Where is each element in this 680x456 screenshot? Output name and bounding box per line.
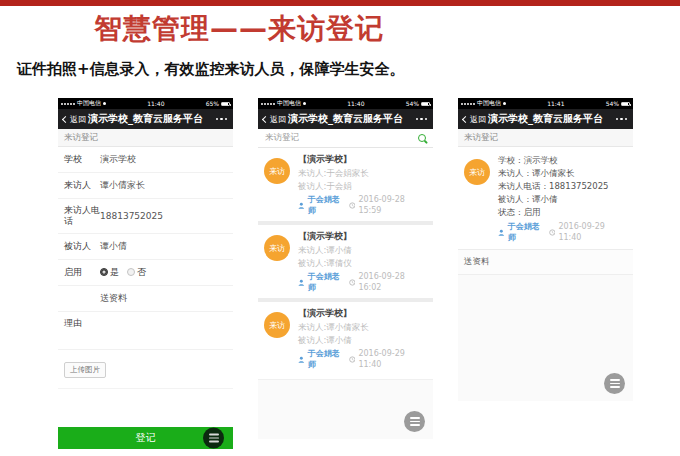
form-row-school[interactable]: 学校 演示学校 bbox=[58, 147, 233, 173]
item-school: 【演示学校】 bbox=[298, 153, 427, 165]
item-timestamp: 2016-09-28 16:02 bbox=[358, 271, 427, 293]
signal-icon bbox=[461, 103, 475, 105]
back-button[interactable]: 返回 bbox=[463, 114, 486, 125]
person-icon bbox=[298, 356, 305, 363]
battery-percent: 54% bbox=[406, 100, 419, 107]
more-menu-button[interactable] bbox=[616, 118, 628, 121]
list-item[interactable]: 来访 【演示学校】 来访人:谭小倩家长 被访人:谭小倩 于会娟老师 2016-0… bbox=[258, 302, 433, 375]
chevron-left-icon bbox=[462, 115, 469, 122]
form-row-visitee[interactable]: 被访人 谭小倩 bbox=[58, 234, 233, 260]
section-header: 来访登记 bbox=[58, 129, 233, 147]
visit-badge: 来访 bbox=[464, 159, 490, 185]
search-bar[interactable]: 来访登记 bbox=[258, 129, 433, 148]
teacher-name: 于会娟老师 bbox=[508, 221, 546, 243]
back-button[interactable]: 返回 bbox=[63, 114, 86, 125]
radio-no[interactable]: 否 bbox=[127, 266, 146, 279]
form-row-send-material[interactable]: 送资料 bbox=[58, 286, 233, 312]
visitor-list: 来访 【演示学校】 来访人:于会娟家长 被访人:于会娟 于会娟老师 2016-0… bbox=[258, 148, 433, 375]
battery-icon bbox=[621, 102, 630, 106]
nav-bar: 返回 演示学校_教育云服务平台 bbox=[458, 109, 633, 129]
nav-title: 演示学校_教育云服务平台 bbox=[88, 112, 203, 126]
teacher-name: 于会娟老师 bbox=[308, 194, 346, 216]
detail-empty-area bbox=[458, 275, 633, 401]
time-icon bbox=[349, 279, 356, 286]
item-visitor: 来访人:于会娟家长 bbox=[298, 167, 427, 180]
slide-accent-bar bbox=[0, 0, 680, 6]
hamburger-menu-icon[interactable] bbox=[203, 428, 224, 449]
phone-screenshot-form: 中国电信 11:40 65% 返回 演示学校_教育云服务平台 来访登记 学校 演… bbox=[58, 98, 233, 449]
more-menu-button[interactable] bbox=[216, 118, 228, 121]
visit-badge: 来访 bbox=[264, 158, 290, 184]
field-label: 学校 bbox=[64, 154, 100, 165]
search-icon[interactable] bbox=[418, 134, 426, 142]
item-visitor: 来访人:谭小倩家长 bbox=[298, 321, 427, 334]
clock-label: 11:40 bbox=[106, 100, 206, 107]
carrier-label: 中国电信 bbox=[477, 99, 501, 108]
field-label: 来访人电话 bbox=[64, 205, 100, 227]
send-material-label: 送资料 bbox=[458, 250, 633, 275]
search-label: 来访登记 bbox=[265, 132, 299, 144]
phone-screenshot-detail: 中国电信 11:41 54% 返回 演示学校_教育云服务平台 来访登记 来访 学… bbox=[458, 98, 633, 401]
radio-selected-icon bbox=[100, 268, 108, 276]
field-label: 启用 bbox=[64, 267, 100, 278]
item-visitee: 被访人:于会娟 bbox=[298, 180, 427, 193]
status-bar: 中国电信 11:40 54% bbox=[258, 98, 433, 109]
chevron-left-icon bbox=[262, 115, 269, 122]
detail-visitor: 来访人：谭小倩家长 bbox=[498, 167, 627, 180]
upload-image-button[interactable]: 上传图片 bbox=[64, 362, 106, 378]
detail-school: 学校：演示学校 bbox=[498, 154, 627, 167]
list-empty-area bbox=[258, 379, 433, 439]
radio-unselected-icon bbox=[127, 268, 135, 276]
clock-label: 11:40 bbox=[306, 100, 406, 107]
hamburger-menu-icon[interactable] bbox=[404, 411, 425, 432]
form-row-visitor[interactable]: 来访人 谭小倩家长 bbox=[58, 173, 233, 199]
carrier-label: 中国电信 bbox=[77, 99, 101, 108]
battery-percent: 54% bbox=[606, 100, 619, 107]
phone-screenshot-list: 中国电信 11:40 54% 返回 演示学校_教育云服务平台 来访登记 来访 【… bbox=[258, 98, 433, 439]
form-row-visitor-phone[interactable]: 来访人电话 18813752025 bbox=[58, 199, 233, 234]
more-menu-button[interactable] bbox=[416, 118, 428, 121]
teacher-name: 于会娟老师 bbox=[308, 348, 346, 370]
visitor-detail-card[interactable]: 来访 学校：演示学校 来访人：谭小倩家长 来访人电话：18813752025 被… bbox=[458, 147, 633, 250]
chevron-left-icon bbox=[62, 115, 69, 122]
item-school: 【演示学校】 bbox=[298, 307, 427, 319]
visit-badge: 来访 bbox=[264, 235, 290, 261]
item-timestamp: 2016-09-28 15:59 bbox=[358, 194, 427, 216]
upload-section: 上传图片 bbox=[58, 350, 233, 389]
form-row-reason[interactable]: 理由 bbox=[58, 312, 233, 350]
back-button[interactable]: 返回 bbox=[263, 114, 286, 125]
page-title: 智慧管理——来访登记 bbox=[94, 10, 384, 48]
status-bar: 中国电信 11:41 54% bbox=[458, 98, 633, 109]
field-label: 被访人 bbox=[64, 241, 100, 252]
time-icon bbox=[349, 356, 356, 363]
form-spacer bbox=[58, 389, 233, 427]
form-row-enable: 启用 是 否 bbox=[58, 260, 233, 286]
field-value: 谭小倩 bbox=[100, 240, 127, 253]
detail-phone: 来访人电话：18813752025 bbox=[498, 180, 627, 193]
carrier-label: 中国电信 bbox=[277, 99, 301, 108]
hamburger-menu-icon[interactable] bbox=[604, 373, 625, 394]
field-value: 演示学校 bbox=[100, 153, 136, 166]
detail-status: 状态：启用 bbox=[498, 206, 627, 219]
battery-icon bbox=[421, 102, 430, 106]
field-value: 18813752025 bbox=[100, 211, 163, 221]
item-school: 【演示学校】 bbox=[298, 230, 427, 242]
nav-bar: 返回 演示学校_教育云服务平台 bbox=[58, 109, 233, 129]
clock-label: 11:41 bbox=[506, 100, 606, 107]
nav-bar: 返回 演示学校_教育云服务平台 bbox=[258, 109, 433, 129]
field-label: 理由 bbox=[64, 318, 100, 329]
field-value: 谭小倩家长 bbox=[100, 179, 145, 192]
field-label: 来访人 bbox=[64, 180, 100, 191]
person-icon bbox=[498, 229, 505, 236]
signal-icon bbox=[261, 103, 275, 105]
teacher-name: 于会娟老师 bbox=[308, 271, 346, 293]
list-item[interactable]: 来访 【演示学校】 来访人:谭小倩 被访人:谭倩仪 于会娟老师 2016-09-… bbox=[258, 225, 433, 298]
visit-badge: 来访 bbox=[264, 312, 290, 338]
radio-yes[interactable]: 是 bbox=[100, 266, 119, 279]
item-timestamp: 2016-09-29 11:40 bbox=[358, 348, 427, 370]
nav-title: 演示学校_教育云服务平台 bbox=[288, 112, 403, 126]
section-header: 来访登记 bbox=[458, 129, 633, 147]
status-bar: 中国电信 11:40 65% bbox=[58, 98, 233, 109]
register-button[interactable]: 登记 bbox=[58, 427, 233, 449]
list-item[interactable]: 来访 【演示学校】 来访人:于会娟家长 被访人:于会娟 于会娟老师 2016-0… bbox=[258, 148, 433, 221]
